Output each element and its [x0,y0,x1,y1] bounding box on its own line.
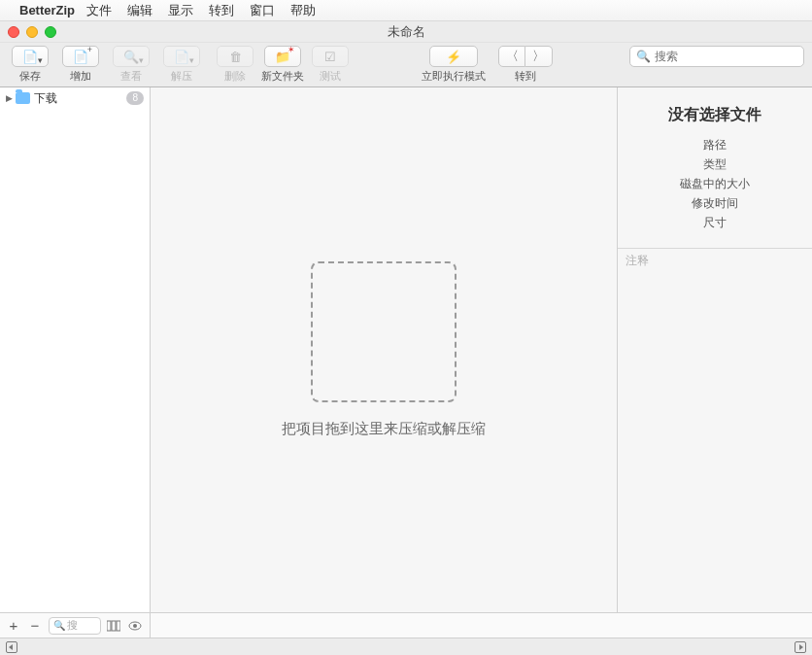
window-controls [8,26,56,38]
check-icon: ☑ [324,50,336,64]
lightning-icon: ⚡ [446,50,461,64]
sidebar-filter-placeholder: 搜 [67,618,78,633]
nav-forward-button[interactable]: 〉 [525,46,553,67]
extract-button: 📄▾ 解压 [159,46,204,84]
sidebar-footer: + − 🔍 搜 [0,612,151,638]
menu-help[interactable]: 帮助 [290,2,316,19]
menu-edit[interactable]: 编辑 [127,2,152,19]
footer-blank [151,612,812,638]
goto-nav: 〈 〉 转到 [497,46,554,84]
zoom-window-button[interactable] [45,26,56,38]
trash-icon: 🗑 [229,50,242,64]
menu-file[interactable]: 文件 [86,2,112,19]
folder-icon [16,92,30,104]
svg-point-4 [133,624,137,628]
sidebar-item-downloads[interactable]: ▶ 下载 8 [0,87,150,109]
search-icon: 🔍 [636,50,651,63]
magnifier-icon: 🔍 [123,50,139,64]
inspector-field-size-on-disk: 磁盘中的大小 [627,174,802,193]
menubar: BetterZip 文件 编辑 显示 转到 窗口 帮助 [0,0,812,21]
inspector-field-dimensions: 尺寸 [627,213,802,232]
view-button: 🔍▾ 查看 [109,46,153,84]
sidebar-item-label: 下载 [34,90,126,107]
toolbar: 📄▾ 保存 📄+ 增加 🔍▾ 查看 📄▾ 解压 🗑 删除 📁✶ 新文件夹 ☑ 测… [0,43,812,87]
execute-mode-button[interactable]: ⚡ 立即执行模式 [420,46,488,84]
toolbar-search[interactable]: 🔍 [629,46,804,67]
menu-view[interactable]: 显示 [168,2,193,19]
chevron-right-icon: 〉 [532,48,545,65]
search-icon: 🔍 [53,620,65,631]
minimize-window-button[interactable] [26,26,38,38]
svg-rect-1 [112,621,116,631]
new-folder-button[interactable]: 📁✶ 新文件夹 [260,46,305,84]
sidebar-filter[interactable]: 🔍 搜 [49,617,101,635]
menu-go[interactable]: 转到 [209,2,234,19]
save-button[interactable]: 📄▾ 保存 [8,46,52,84]
remove-favorite-button[interactable]: − [27,617,43,634]
window-title: 未命名 [388,23,425,41]
chevron-left-icon: 〈 [506,48,519,65]
inspector-field-type: 类型 [627,155,802,174]
save-icon: 📄 [22,50,38,64]
nav-back-button[interactable]: 〈 [498,46,525,67]
close-window-button[interactable] [8,26,19,38]
add-button[interactable]: 📄+ 增加 [58,46,103,84]
collapse-left-button[interactable] [6,641,17,653]
add-icon: 📄 [73,50,88,64]
sidebar-quicklook-button[interactable] [128,620,144,632]
statusbar [0,638,812,655]
extract-icon: 📄 [174,50,189,64]
inspector-field-path: 路径 [627,135,802,155]
test-button: ☑ 测试 [311,46,350,84]
columns-icon [107,620,120,632]
count-badge: 8 [126,91,144,105]
disclosure-triangle-icon[interactable]: ▶ [6,93,13,103]
sidebar-columns-button[interactable] [107,620,122,632]
menu-window[interactable]: 窗口 [250,2,275,19]
svg-rect-0 [107,621,111,631]
eye-icon [128,620,142,632]
dropzone-outline [311,261,457,402]
drop-hint-text: 把项目拖到这里来压缩或解压缩 [282,420,486,438]
main-drop-area[interactable]: 把项目拖到这里来压缩或解压缩 [151,87,618,612]
search-input[interactable] [655,50,800,63]
collapse-right-button[interactable] [795,641,806,653]
add-favorite-button[interactable]: + [6,617,21,634]
notes-label: 注释 [618,249,812,273]
inspector-panel: 没有选择文件 路径 类型 磁盘中的大小 修改时间 尺寸 注释 [618,87,812,612]
app-menu[interactable]: BetterZip [19,3,75,17]
delete-button: 🗑 删除 [216,46,254,84]
titlebar: 未命名 [0,21,812,43]
svg-rect-2 [117,621,120,631]
inspector-field-modified: 修改时间 [627,193,802,213]
inspector-title: 没有选择文件 [627,105,802,125]
sidebar: ▶ 下载 8 [0,87,151,612]
